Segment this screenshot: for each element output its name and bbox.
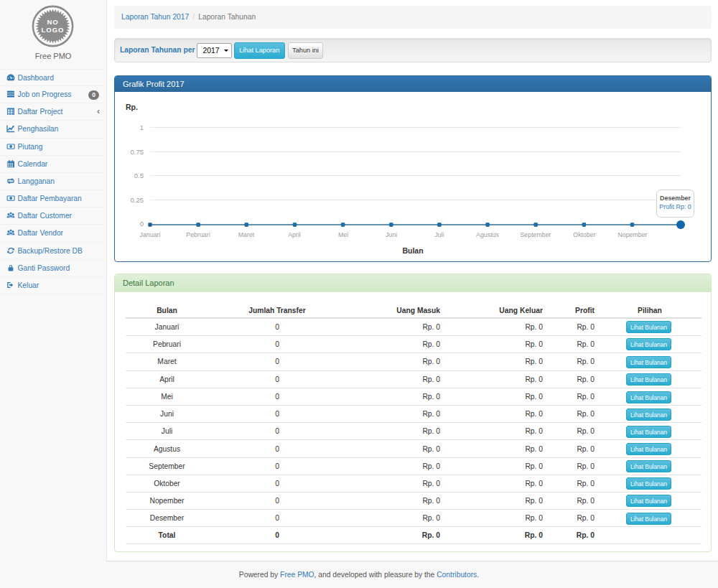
svg-text:NO: NO (47, 18, 58, 26)
svg-text:LOGO: LOGO (42, 26, 65, 34)
